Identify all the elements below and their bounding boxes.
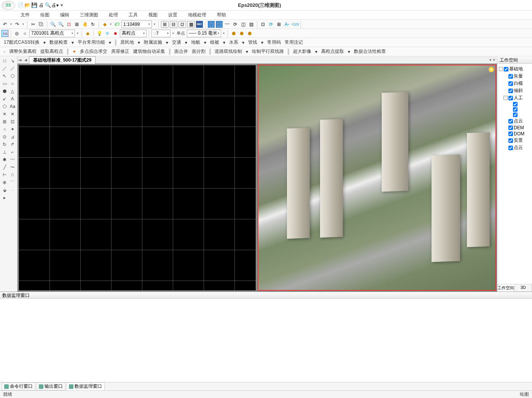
tool-icon-24[interactable]: ⊥ bbox=[1, 148, 9, 156]
snap-e-icon[interactable]: +123 bbox=[291, 21, 298, 28]
tool-icon-21[interactable]: ⊿ bbox=[9, 133, 17, 141]
tree-row-4[interactable]: -人工 bbox=[498, 94, 531, 101]
zoom-extent-icon[interactable]: ⊞ bbox=[73, 21, 80, 28]
tree-row-11[interactable]: 实景 bbox=[498, 137, 531, 144]
cmd-extract-elev[interactable]: 提取高程点 bbox=[40, 48, 64, 55]
view-a-icon[interactable]: ⬚ bbox=[208, 21, 215, 28]
tree-checkbox[interactable] bbox=[508, 119, 513, 124]
scale-combo[interactable]: 1:10499▾ bbox=[121, 21, 152, 28]
tree-row-7[interactable] bbox=[498, 112, 531, 117]
cube-b-icon[interactable]: ⬣ bbox=[238, 30, 245, 37]
code-dropdown[interactable]: ▾ bbox=[76, 32, 79, 35]
tool-icon-13[interactable]: Aa bbox=[9, 103, 17, 110]
cmd-huge-image[interactable]: 超大影像 bbox=[292, 48, 312, 55]
grid-2-icon[interactable]: ⊟ bbox=[170, 21, 177, 28]
cmd-cass-convert[interactable]: 17图式CASS转换 bbox=[3, 38, 40, 46]
dd-7[interactable]: ▾ bbox=[222, 39, 226, 46]
dd-0[interactable]: ▾ bbox=[43, 39, 46, 46]
snow-icon[interactable]: ❄ bbox=[104, 30, 111, 37]
tab-menu-icon[interactable]: ▾ bbox=[489, 58, 491, 62]
tree-checkbox[interactable] bbox=[508, 96, 513, 100]
tree-expand-icon[interactable]: - bbox=[503, 96, 508, 100]
tool-icon-36[interactable]: ▸ bbox=[1, 194, 9, 201]
dd-9[interactable]: ▾ bbox=[260, 39, 264, 46]
cube-a-icon[interactable]: ⬣ bbox=[230, 30, 237, 37]
tool-icon-8[interactable]: ⬢ bbox=[1, 87, 9, 95]
code-combo[interactable]: 7201001 高程点▾ bbox=[29, 30, 75, 37]
cmd-split-face[interactable]: 面分割 bbox=[191, 48, 206, 55]
redo-icon[interactable]: ↷ bbox=[14, 21, 21, 28]
cmd-water[interactable]: 水系 bbox=[228, 38, 239, 46]
tool-icon-20[interactable]: ⊙ bbox=[1, 133, 9, 141]
layer-dropdown[interactable]: ▾ bbox=[109, 22, 112, 26]
tree-checkbox[interactable] bbox=[508, 81, 513, 86]
new-file-icon[interactable]: 📄 bbox=[18, 2, 24, 8]
tool-icon-10[interactable]: ↙ bbox=[1, 95, 9, 103]
tool-icon-28[interactable]: ╱ bbox=[1, 163, 9, 171]
dd2-9[interactable]: ▾ bbox=[314, 48, 318, 55]
zoom-out-icon[interactable]: 🔍 bbox=[57, 21, 64, 28]
dd-3[interactable]: ▾ bbox=[137, 39, 141, 46]
tree-checkbox[interactable] bbox=[508, 89, 513, 93]
tab-output-window[interactable]: 输出窗口 bbox=[36, 382, 65, 390]
tool-icon-16[interactable]: ⊞ bbox=[1, 118, 9, 125]
cmd-house-correct[interactable]: 房屋修正 bbox=[110, 48, 130, 55]
tool-icon-35[interactable]: · bbox=[9, 186, 17, 194]
tool-icon-7[interactable]: ○ bbox=[9, 80, 17, 87]
cube-c-icon[interactable]: ⬣ bbox=[246, 30, 253, 37]
tab-command-window[interactable]: 命令行窗口 bbox=[2, 382, 35, 390]
print-icon[interactable]: 🖨 bbox=[38, 2, 44, 8]
tree-expand-icon[interactable]: - bbox=[499, 67, 503, 71]
tool-icon-14[interactable]: ✕ bbox=[1, 110, 9, 118]
dd-8[interactable]: ▾ bbox=[241, 39, 245, 46]
cmd-vegetation[interactable]: 植被 bbox=[209, 38, 220, 46]
dd2-10[interactable]: ▾ bbox=[347, 48, 351, 55]
cmd-traffic[interactable]: 交通 bbox=[171, 38, 182, 46]
dd-5[interactable]: ▾ bbox=[184, 39, 188, 46]
tool-icon-31[interactable]: ⎍ bbox=[9, 171, 17, 179]
cmd-elev-extract[interactable]: 高程点提取 bbox=[320, 48, 345, 55]
tab-close-icon[interactable]: ✕ bbox=[492, 58, 495, 62]
tree-checkbox[interactable] bbox=[508, 125, 513, 130]
pan-icon[interactable]: 🤚 bbox=[81, 21, 88, 28]
view-c-icon[interactable]: 〰 bbox=[224, 21, 231, 28]
menu-file[interactable]: 文件 bbox=[19, 11, 31, 19]
tool-icon-18[interactable]: ○ bbox=[1, 125, 9, 133]
cmd-adjust-vector-elev[interactable]: 调整矢量高程 bbox=[8, 48, 37, 55]
menu-view[interactable]: 视图 bbox=[147, 11, 159, 19]
snap-c-icon[interactable]: ⊞ bbox=[276, 21, 282, 28]
tree-checkbox[interactable] bbox=[504, 67, 508, 71]
save-icon[interactable]: 💾 bbox=[31, 2, 37, 8]
qat-customize-icon[interactable]: ▾ bbox=[59, 2, 65, 8]
cmd-road-double[interactable]: 道路双线绘制 bbox=[214, 48, 243, 55]
tree-checkbox[interactable] bbox=[508, 146, 513, 150]
view-e-icon[interactable]: ◫ bbox=[240, 21, 247, 28]
document-tab[interactable]: 基础地理标准_500-17图式29 bbox=[29, 56, 96, 64]
bottom-panel-body[interactable] bbox=[0, 299, 532, 382]
tab-nav-first-icon[interactable]: ⏮ bbox=[18, 57, 23, 63]
tool-icon-6[interactable]: ▭ bbox=[1, 80, 9, 87]
dd-4[interactable]: ▾ bbox=[165, 39, 169, 46]
grid-3-icon[interactable]: ⊡ bbox=[178, 21, 186, 28]
tree-row-9[interactable]: DEM bbox=[498, 125, 531, 131]
snap-d-icon[interactable]: A▫ bbox=[284, 21, 290, 28]
tool-icon-11[interactable]: A bbox=[9, 95, 17, 103]
cut-icon[interactable]: ✂ bbox=[30, 21, 37, 28]
tree-row-1[interactable]: 矢量 bbox=[498, 73, 531, 80]
circle-icon[interactable]: ○ bbox=[21, 30, 28, 37]
menu-tools[interactable]: 工具 bbox=[127, 11, 139, 19]
layer-icon[interactable]: ◆ bbox=[101, 21, 108, 28]
layers-icon[interactable]: ◆ bbox=[84, 30, 91, 37]
cmd-pipeline[interactable]: 管线 bbox=[247, 38, 258, 46]
menu-process[interactable]: 处理 bbox=[107, 11, 119, 19]
viewport-3d-oblique[interactable] bbox=[258, 65, 496, 291]
workspace-tab-3d[interactable]: 3D bbox=[515, 284, 532, 292]
menu-settings[interactable]: 设置 bbox=[167, 11, 179, 19]
tag-icon[interactable]: 🏷 bbox=[113, 21, 120, 28]
tool-icon-26[interactable]: ✱ bbox=[1, 156, 9, 163]
dd2-7[interactable]: ▾ bbox=[245, 48, 249, 55]
tree-row-5[interactable] bbox=[498, 101, 531, 107]
redo-dropdown[interactable]: ▾ bbox=[22, 22, 25, 26]
tree-checkbox[interactable] bbox=[513, 102, 518, 106]
tool-icon-1[interactable]: ↘ bbox=[9, 57, 17, 65]
